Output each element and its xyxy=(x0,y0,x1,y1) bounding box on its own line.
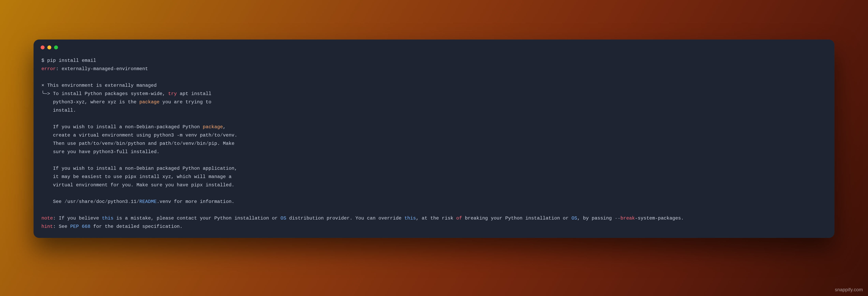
token-default: distribution provider. You can override xyxy=(286,216,404,221)
token-default: , at the risk xyxy=(416,216,456,221)
token-blue: README xyxy=(140,199,157,204)
close-icon[interactable] xyxy=(41,46,44,49)
terminal-line: × This environment is externally managed xyxy=(41,81,827,90)
token-default: to xyxy=(214,133,220,138)
token-default: pip. Make xyxy=(209,141,235,146)
token-default: to xyxy=(174,141,180,146)
terminal-line: See /usr/share/doc/python3.11/README.ven… xyxy=(41,197,827,206)
token-default: : externally-managed-environment xyxy=(56,66,148,72)
token-default: apt install xyxy=(177,91,211,97)
terminal-line xyxy=(41,115,827,123)
terminal-line: sure you have python3-full installed. xyxy=(41,148,827,156)
token-orange: package xyxy=(139,99,159,105)
token-default: , xyxy=(223,124,226,130)
token-gray: / xyxy=(136,199,140,204)
token-blue: OS xyxy=(571,216,577,221)
token-red: hint xyxy=(41,224,53,229)
token-gray: / xyxy=(220,133,223,138)
token-default: for the detailed specification. xyxy=(90,224,183,229)
token-gray: / xyxy=(194,141,197,146)
token-gray: . xyxy=(128,199,131,204)
token-default: you are trying to xyxy=(160,99,212,105)
terminal-line: note: If you believe this is a mistake, … xyxy=(41,214,827,222)
token-red: break xyxy=(620,216,635,221)
token-red: of xyxy=(456,216,462,221)
token-default: to xyxy=(93,141,99,146)
token-red: error xyxy=(41,66,56,72)
token-default: virtual environment for you. Make sure y… xyxy=(41,182,235,188)
terminal-line xyxy=(41,189,827,197)
terminal-content: $ pip install emailerror: externally-man… xyxy=(34,51,834,231)
token-orange: package xyxy=(203,124,223,130)
token-gray: / xyxy=(212,133,214,138)
terminal-window: $ pip install emailerror: externally-man… xyxy=(34,39,834,238)
token-gray: / xyxy=(90,141,93,146)
token-default: , by passing xyxy=(577,216,615,221)
token-gray: -- xyxy=(615,216,620,221)
terminal-line: create a virtual environment using pytho… xyxy=(41,131,827,139)
token-gray: / xyxy=(76,199,79,204)
token-gray: / xyxy=(105,199,108,204)
token-red: note xyxy=(41,216,53,221)
token-default: See xyxy=(41,199,64,204)
token-default: breaking your Python installation or xyxy=(462,216,571,221)
token-default: -system-packages. xyxy=(635,216,684,221)
token-blue: PEP 668 xyxy=(70,224,90,229)
token-default: 11 xyxy=(131,199,136,204)
terminal-line: it may be easiest to use pipx install xy… xyxy=(41,173,827,181)
token-gray: / xyxy=(114,141,116,146)
token-blue: this xyxy=(404,216,416,221)
terminal-line: If you wish to install a non-Debian-pack… xyxy=(41,123,827,131)
titlebar xyxy=(34,39,834,51)
token-gray: / xyxy=(99,141,102,146)
token-default: If you wish to install a non-Debian pack… xyxy=(41,166,237,171)
terminal-line xyxy=(41,206,827,214)
terminal-line: error: externally-managed-environment xyxy=(41,65,827,73)
token-default: share xyxy=(79,199,93,204)
token-default: $ pip install email xyxy=(41,58,96,63)
minimize-icon[interactable] xyxy=(48,46,51,49)
token-red: try xyxy=(168,91,177,97)
token-default: If you wish to install a non-Debian-pack… xyxy=(41,124,203,130)
terminal-line: hint: See PEP 668 for the detailed speci… xyxy=(41,222,827,231)
terminal-line: virtual environment for you. Make sure y… xyxy=(41,181,827,189)
token-gray: / xyxy=(93,199,96,204)
token-default: python3 xyxy=(108,199,128,204)
token-gray: / xyxy=(64,199,67,204)
token-default: python3-xyz, where xyz is the xyxy=(41,99,139,105)
token-default: doc xyxy=(96,199,105,204)
token-default: .venv for more information. xyxy=(157,199,235,204)
terminal-line xyxy=(41,156,827,164)
token-default: : If you believe xyxy=(53,216,102,221)
terminal-line: install. xyxy=(41,106,827,115)
zoom-icon[interactable] xyxy=(54,46,58,49)
token-default: Then use path xyxy=(41,141,90,146)
token-default: it may be easiest to use pipx install xy… xyxy=(41,174,231,180)
token-default: python and path xyxy=(128,141,171,146)
token-gray: / xyxy=(206,141,209,146)
token-default: venv xyxy=(102,141,114,146)
token-blue: OS xyxy=(281,216,286,221)
token-blue: this xyxy=(102,216,114,221)
token-default: ╰─> To install Python packages system-wi… xyxy=(41,91,168,97)
terminal-line: ╰─> To install Python packages system-wi… xyxy=(41,90,827,98)
token-default: install. xyxy=(41,108,76,113)
token-default: × This environment is externally managed xyxy=(41,83,157,88)
token-default: is a mistake, please contact your Python… xyxy=(114,216,281,221)
terminal-line xyxy=(41,73,827,81)
token-gray: / xyxy=(180,141,183,146)
terminal-line: python3-xyz, where xyz is the package yo… xyxy=(41,98,827,106)
token-default: usr xyxy=(67,199,76,204)
token-default: venv xyxy=(183,141,194,146)
token-default: bin xyxy=(116,141,125,146)
token-default: sure you have python3-full installed. xyxy=(41,149,160,155)
terminal-line: If you wish to install a non-Debian pack… xyxy=(41,164,827,173)
watermark: snappify.com xyxy=(835,287,863,292)
terminal-line: Then use path/to/venv/bin/python and pat… xyxy=(41,139,827,148)
token-gray: / xyxy=(171,141,174,146)
token-default: create a virtual environment using pytho… xyxy=(41,133,212,138)
terminal-line: $ pip install email xyxy=(41,56,827,65)
token-default: bin xyxy=(197,141,206,146)
token-default: venv. xyxy=(223,133,237,138)
token-gray: / xyxy=(125,141,128,146)
